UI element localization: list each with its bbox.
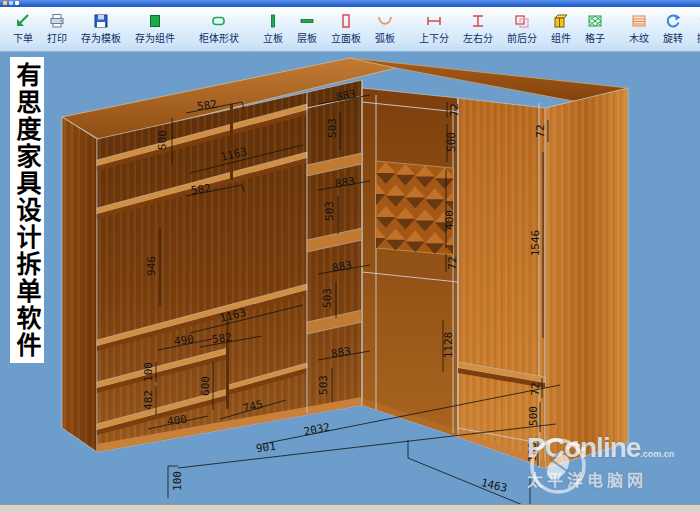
toolbar-button-label: 层板 bbox=[297, 30, 317, 45]
titlebar-icon bbox=[9, 1, 13, 5]
dimension-label: 72 bbox=[448, 103, 461, 116]
toolbar-button-label: 组件 bbox=[551, 30, 571, 45]
watermark: PConline.com.cn 太平洋电脑网 bbox=[527, 435, 697, 491]
dimension-label: 100 bbox=[171, 471, 184, 491]
dimension-label: 2032 bbox=[303, 421, 331, 439]
toolbar-button-rotate[interactable]: 旋转 bbox=[656, 8, 690, 50]
toolbar-button-shelf-panel[interactable]: 层板 bbox=[290, 8, 324, 50]
toolbar-button-label: 上下分 bbox=[419, 30, 449, 45]
toolbar-button-label: 立板 bbox=[263, 30, 283, 45]
dimension-label: 1546 bbox=[529, 230, 542, 257]
toolbar-button-cabinet-shape[interactable]: 柜体形状 bbox=[192, 8, 246, 50]
cabinet-shape-icon bbox=[210, 13, 228, 29]
dimension-label: 946 bbox=[145, 256, 158, 276]
toolbar-button-label: 格子 bbox=[585, 30, 605, 45]
toolbar-button-label: 弧板 bbox=[375, 30, 395, 45]
design-canvas[interactable]: 5825001163582883503883503946116388350358… bbox=[0, 52, 700, 505]
dimension-label: 503 bbox=[326, 118, 339, 138]
dimension-label: 582 bbox=[211, 331, 232, 347]
toolbar-button-facade-panel[interactable]: 立面板 bbox=[324, 8, 368, 50]
toolbar-button-print[interactable]: 打印 bbox=[40, 8, 74, 50]
toolbar-button-label: 存为组件 bbox=[135, 30, 175, 45]
dimension-label: 901 bbox=[255, 440, 276, 455]
dimension-label: 503 bbox=[321, 288, 334, 308]
status-bar bbox=[0, 504, 700, 512]
dimension-label: 582 bbox=[190, 182, 211, 198]
toolbar-button-label: 下单 bbox=[13, 30, 33, 45]
toolbar-button-label: 旋转 bbox=[663, 30, 683, 45]
dimension-label: 72 bbox=[446, 256, 459, 269]
split-front-back-icon bbox=[513, 13, 531, 29]
toolbar-button-label: 打印 bbox=[47, 30, 67, 45]
order-arrow-icon bbox=[14, 13, 32, 29]
facade-panel-icon bbox=[337, 13, 355, 29]
dimension-label: 500 bbox=[445, 132, 458, 152]
watermark-mouse-logo-icon bbox=[527, 435, 589, 497]
wood-grain-icon bbox=[630, 13, 648, 29]
dimension-label: 500 bbox=[156, 130, 169, 150]
toolbar-button-arc-panel[interactable]: 弧板 bbox=[368, 8, 402, 50]
rotate-icon bbox=[664, 13, 682, 29]
dimension-label: 600 bbox=[199, 376, 212, 396]
watermark-domain: .com.cn bbox=[640, 449, 674, 459]
split-top-bottom-icon bbox=[425, 13, 443, 29]
dimension-label: 1128 bbox=[442, 332, 455, 359]
shelf-panel-icon bbox=[298, 13, 316, 29]
titlebar-icon bbox=[3, 1, 7, 5]
toolbar-button-wood-grain[interactable]: 木纹 bbox=[622, 8, 656, 50]
toolbar-button-component[interactable]: 组件 bbox=[544, 8, 578, 50]
toolbar-button-save-template[interactable]: 存为模板 bbox=[74, 8, 128, 50]
toolbar-button-label: 立面板 bbox=[331, 30, 361, 45]
dimension-label: 582 bbox=[196, 98, 217, 114]
dimension-label: 1463 bbox=[480, 476, 509, 495]
toolbar-button-undo[interactable]: 撤销 bbox=[690, 8, 700, 50]
arc-panel-icon bbox=[376, 13, 394, 29]
title-bar[interactable] bbox=[0, 0, 700, 7]
toolbar-button-label: 柜体形状 bbox=[199, 30, 239, 45]
app-window: 下单打印存为模板存为组件柜体形状立板层板立面板弧板上下分左右分前后分组件格子木纹… bbox=[0, 0, 700, 512]
toolbar-button-split-front-back[interactable]: 前后分 bbox=[500, 8, 544, 50]
dimension-label: 503 bbox=[317, 375, 330, 395]
toolbar-button-order[interactable]: 下单 bbox=[6, 8, 40, 50]
main-toolbar: 下单打印存为模板存为组件柜体形状立板层板立面板弧板上下分左右分前后分组件格子木纹… bbox=[0, 7, 700, 52]
dimension-label: 100 bbox=[142, 362, 155, 382]
save-template-icon bbox=[92, 13, 110, 29]
toolbar-button-label: 前后分 bbox=[507, 30, 537, 45]
toolbar-button-split-top-bottom[interactable]: 上下分 bbox=[412, 8, 456, 50]
toolbar-button-lattice[interactable]: 格子 bbox=[578, 8, 612, 50]
dimension-label: 400 bbox=[443, 210, 456, 230]
dimension-label: 72 bbox=[529, 382, 542, 395]
save-component-icon bbox=[146, 13, 164, 29]
toolbar-button-split-left-right[interactable]: 左右分 bbox=[456, 8, 500, 50]
vertical-panel-icon bbox=[264, 13, 282, 29]
dimension-label: 500 bbox=[527, 406, 540, 426]
dimension-label: 490 bbox=[173, 333, 194, 349]
printer-icon bbox=[48, 13, 66, 29]
dimension-label: 400 bbox=[166, 413, 187, 429]
toolbar-button-label: 木纹 bbox=[629, 30, 649, 45]
toolbar-button-save-component[interactable]: 存为组件 bbox=[128, 8, 182, 50]
dimension-label: 482 bbox=[142, 390, 155, 410]
toolbar-button-label: 左右分 bbox=[463, 30, 493, 45]
toolbar-button-vertical-panel[interactable]: 立板 bbox=[256, 8, 290, 50]
split-left-right-icon bbox=[469, 13, 487, 29]
side-banner: 有思度家具设计拆单软件 bbox=[10, 57, 44, 363]
dimension-label: 72 bbox=[534, 124, 547, 137]
lattice-icon bbox=[586, 13, 604, 29]
toolbar-button-label: 存为模板 bbox=[81, 30, 121, 45]
titlebar-icon bbox=[15, 1, 19, 5]
component-icon bbox=[552, 13, 570, 29]
dimension-label: 503 bbox=[323, 201, 336, 221]
